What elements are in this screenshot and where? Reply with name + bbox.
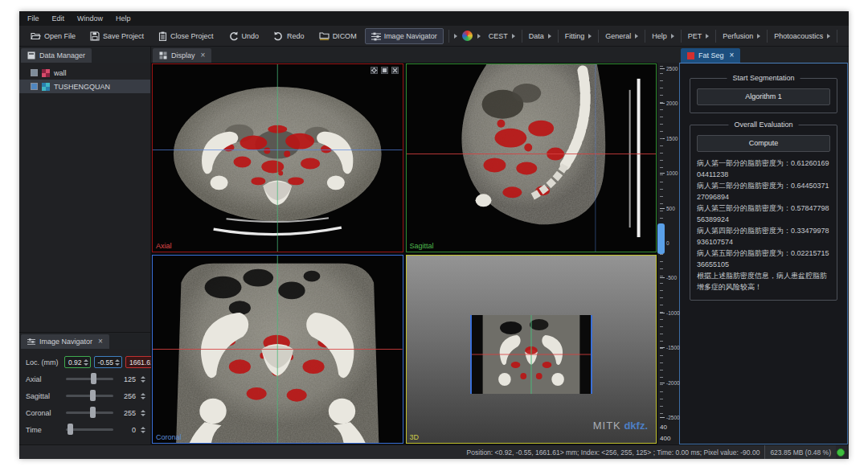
color-wheel-icon[interactable] [462, 31, 473, 41]
coronal-ct-image [153, 256, 403, 443]
loc-x-spinbox[interactable]: 0.92 [64, 356, 91, 368]
viewport-label-axial: Axial [156, 242, 172, 250]
view-menu-item[interactable]: PET [682, 30, 717, 43]
toolbar-overflow-arrow-icon[interactable] [454, 34, 457, 39]
close-project-button[interactable]: Close Project [152, 28, 220, 44]
spinner-arrows-icon[interactable] [141, 427, 145, 433]
start-segmentation-title: Start Segmentation [727, 74, 800, 82]
tree-item-tushengquan[interactable]: TUSHENGQUAN [19, 80, 150, 93]
tick-label: 2500 [666, 66, 678, 72]
menu-item[interactable]: File [27, 14, 39, 23]
image-node-icon [42, 69, 50, 77]
view-menu-item[interactable]: Preprocessing [837, 30, 844, 43]
view-menu-item[interactable]: Help [645, 30, 682, 43]
crosshair-toggle-icon[interactable] [371, 67, 378, 74]
undo-button[interactable]: Undo [222, 28, 266, 44]
viewport-3d[interactable]: MITK dkfz. 3D [406, 255, 657, 444]
data-manager-tab-label: Data Manager [39, 51, 85, 59]
slider-handle[interactable] [90, 390, 96, 401]
evaluation-results: 病人第一部分的脂肪密度为：0.6126016904411238病人第二部分的脂肪… [697, 158, 830, 293]
sagittal-slider-value: 256 [118, 392, 136, 400]
layout-menu-icon[interactable] [381, 67, 388, 74]
image-navigator-icon [27, 338, 35, 346]
toolbar-separator [448, 30, 449, 43]
tick-label: 1500 [666, 136, 678, 141]
spinner-arrows-icon[interactable] [84, 359, 88, 366]
image-navigator-button[interactable]: Image Navigator [365, 28, 444, 44]
open-file-button[interactable]: Open File [24, 28, 82, 43]
toolbar-overflow-arrow-icon[interactable] [477, 34, 481, 39]
view-menu-item[interactable]: CEST [482, 30, 522, 43]
tick-mark [660, 208, 665, 209]
spinner-arrows-icon[interactable] [141, 393, 145, 399]
viewport-label-sagittal: Sagittal [410, 242, 434, 250]
menu-item[interactable]: Window [77, 14, 103, 23]
slider-handle[interactable] [68, 424, 73, 435]
spinner-arrows-icon[interactable] [115, 359, 120, 366]
tab-display[interactable]: Display [153, 48, 211, 63]
undo-icon [228, 31, 239, 41]
close-icon[interactable] [98, 338, 103, 345]
viewport-controls [371, 67, 399, 74]
spinner-arrows-icon[interactable] [141, 410, 145, 416]
open-folder-icon [31, 31, 41, 40]
viewport-coronal[interactable]: Coronal [152, 255, 403, 444]
overall-evaluation-title: Overall Evaluation [728, 121, 798, 129]
view-menu-item[interactable]: Data [522, 30, 559, 43]
image-navigator-body: Loc. (mm) 0.92 -0.55 1661.61 Axial 125 S… [19, 349, 150, 444]
tab-data-manager[interactable]: Data Manager [21, 48, 92, 63]
visibility-checkbox[interactable] [31, 83, 38, 90]
level-window-handle[interactable] [657, 223, 665, 254]
fat-seg-tabbar: Fat Seg [679, 47, 849, 63]
algorithm-1-button[interactable]: Algorithm 1 [697, 88, 830, 105]
tab-fat-seg[interactable]: Fat Seg [681, 48, 740, 63]
scale-tick: 1500 [660, 136, 679, 141]
redo-button[interactable]: Redo [267, 28, 311, 44]
view-menu-item[interactable]: Fitting [559, 30, 600, 43]
dicom-folder-icon [319, 31, 330, 40]
fullscreen-icon[interactable] [391, 67, 399, 74]
viewport-axial[interactable]: Axial [152, 63, 403, 252]
save-project-button[interactable]: Save Project [84, 28, 150, 44]
coronal-slider-value: 255 [118, 409, 136, 417]
slider-handle[interactable] [91, 373, 96, 384]
sagittal-ct-image [407, 64, 657, 252]
time-slider[interactable] [66, 428, 113, 431]
window-value: 400 [660, 432, 679, 443]
close-icon[interactable] [730, 52, 735, 59]
menu-item[interactable]: Help [116, 14, 131, 23]
menu-item[interactable]: Edit [52, 14, 65, 23]
view-menu-label: Fitting [565, 32, 585, 40]
view-menu-label: Perfusion [723, 32, 753, 40]
view-menu-item[interactable]: Photoacoustics [768, 30, 837, 43]
tick-mark [660, 277, 665, 278]
viewport-sagittal[interactable]: Sagittal [406, 63, 657, 252]
display-tab-label: Display [171, 51, 195, 59]
tree-item-wall[interactable]: wall [19, 66, 150, 80]
view-menu-item[interactable]: General [599, 30, 645, 43]
compute-button[interactable]: Compute [697, 135, 830, 152]
view-menu-item[interactable]: Perfusion [716, 30, 768, 43]
sagittal-slider[interactable] [66, 395, 113, 397]
mitk-workbench-window: FileEditWindowHelp Open File Save Projec… [19, 11, 849, 459]
result-line: 病人第五部分的脂肪密度为：0.0221571536655105 [697, 248, 830, 270]
scale-tick: 2000 [660, 100, 679, 106]
view-menu-bar: CESTDataFittingGeneralHelpPETPerfusionPh… [482, 26, 844, 46]
slider-handle[interactable] [90, 407, 96, 418]
spinner-arrows-icon[interactable] [141, 376, 145, 383]
tab-image-navigator[interactable]: Image Navigator [21, 334, 109, 349]
coronal-slider[interactable] [66, 412, 113, 414]
fat-seg-view: Fat Seg Start Segmentation Algorithm 1 O… [679, 47, 849, 444]
scale-tick: 2500 [660, 66, 679, 72]
redo-icon [273, 31, 284, 41]
time-slider-label: Time [26, 426, 61, 434]
axial-slider[interactable] [66, 378, 113, 380]
mitk-logo: MITK [593, 420, 621, 432]
loc-y-spinbox[interactable]: -0.55 [94, 356, 122, 368]
dicom-label: DICOM [333, 32, 357, 40]
close-icon[interactable] [201, 52, 206, 59]
close-project-label: Close Project [170, 32, 214, 40]
visibility-checkbox[interactable] [31, 69, 38, 76]
tick-label: -500 [666, 275, 677, 280]
dicom-button[interactable]: DICOM [313, 28, 363, 43]
